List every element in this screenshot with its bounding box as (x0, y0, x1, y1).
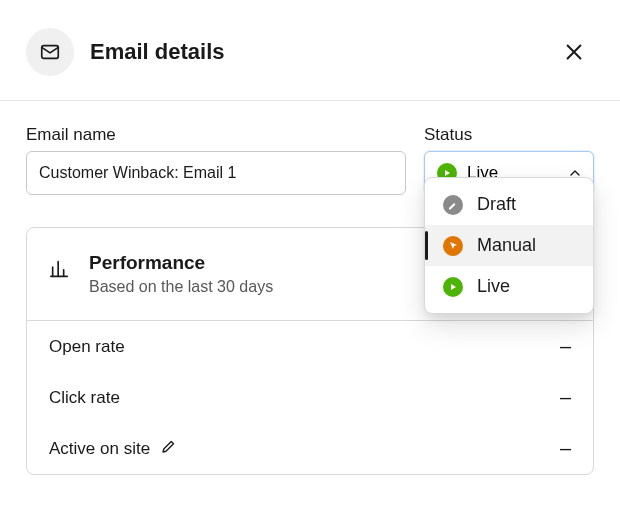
content: Email name Status Live Draft Man (0, 101, 620, 475)
edit-icon[interactable] (160, 437, 178, 460)
status-option-live[interactable]: Live (425, 266, 593, 307)
performance-subtitle: Based on the last 30 days (89, 278, 273, 296)
cursor-icon (443, 236, 463, 256)
email-name-input[interactable] (26, 151, 406, 195)
status-option-label: Draft (477, 194, 516, 215)
email-name-field: Email name (26, 125, 406, 195)
metric-row: Click rate – (27, 372, 593, 423)
close-button[interactable] (556, 34, 592, 70)
metric-value: – (560, 335, 571, 358)
status-option-label: Live (477, 276, 510, 297)
email-name-label: Email name (26, 125, 406, 145)
metric-label: Active on site (49, 437, 560, 460)
metric-value: – (560, 437, 571, 460)
metric-label: Open rate (49, 337, 560, 357)
close-icon (563, 41, 585, 63)
metric-label: Click rate (49, 388, 560, 408)
page-title: Email details (90, 39, 556, 65)
status-option-manual[interactable]: Manual (425, 225, 593, 266)
performance-title: Performance (89, 252, 273, 274)
status-dropdown: Draft Manual Live (424, 177, 594, 314)
metric-value: – (560, 386, 571, 409)
play-circle-icon (443, 277, 463, 297)
mail-icon (26, 28, 74, 76)
status-label: Status (424, 125, 594, 145)
metric-row: Active on site – (27, 423, 593, 474)
panel-header: Email details (0, 0, 620, 100)
status-option-label: Manual (477, 235, 536, 256)
metric-row: Open rate – (27, 321, 593, 372)
bar-chart-icon (49, 258, 71, 284)
draft-icon (443, 195, 463, 215)
status-option-draft[interactable]: Draft (425, 184, 593, 225)
